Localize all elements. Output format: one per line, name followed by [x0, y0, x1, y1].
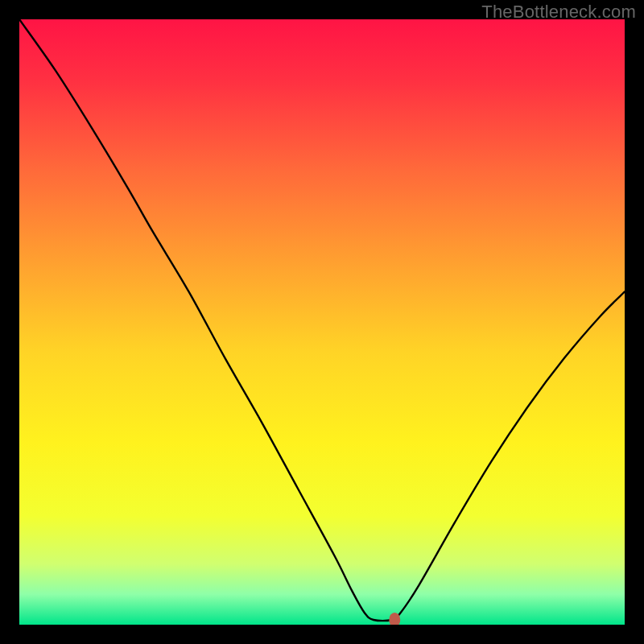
plot-area — [19, 19, 625, 625]
bottleneck-chart — [19, 19, 625, 625]
chart-frame: TheBottleneck.com — [0, 0, 644, 644]
